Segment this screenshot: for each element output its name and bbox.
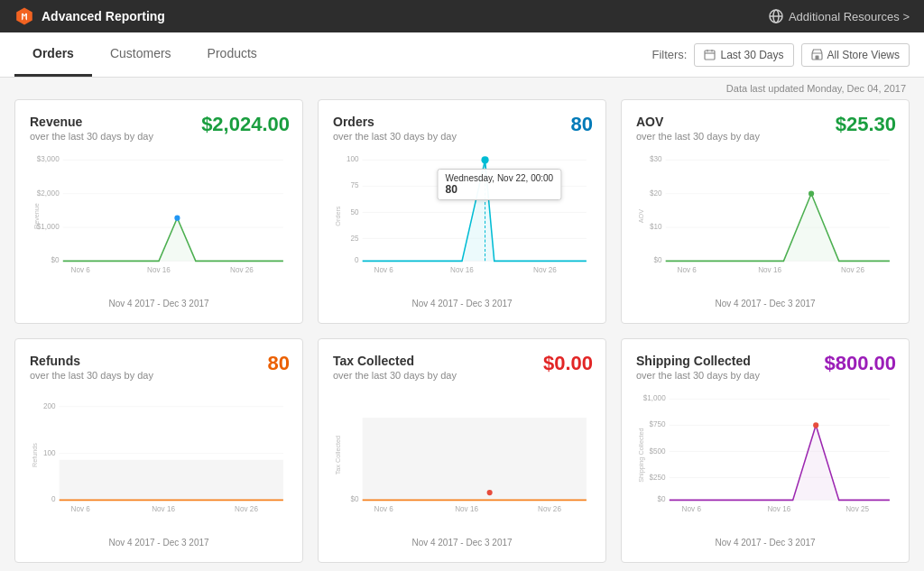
- refunds-chart: 200 100 0 Nov 6 Nov 16 Nov 26 Refunds: [30, 390, 288, 534]
- svg-text:0: 0: [355, 256, 359, 264]
- svg-text:$750: $750: [650, 420, 667, 428]
- svg-text:Nov 6: Nov 6: [374, 266, 394, 274]
- tax-value: $0.00: [543, 352, 593, 375]
- aov-value: $25.30: [836, 113, 896, 136]
- refunds-card: Refunds over the last 30 days by day 80 …: [14, 338, 303, 563]
- svg-text:Nov 26: Nov 26: [841, 266, 864, 274]
- svg-text:Revenue: Revenue: [32, 203, 41, 229]
- store-filter-label: All Store Views: [827, 49, 900, 61]
- svg-point-18: [174, 216, 180, 221]
- resources-label: Additional Resources >: [789, 10, 910, 23]
- store-icon: [811, 49, 823, 60]
- calendar-icon: [704, 49, 716, 60]
- orders-chart: 100 75 50 25 0 Nov 6: [333, 151, 591, 295]
- date-filter-label: Last 30 Days: [720, 49, 783, 61]
- shipping-value: $800.00: [824, 352, 896, 375]
- globe-icon: [769, 9, 783, 23]
- tax-chart: $0 Nov 6 Nov 16 Nov 26 Tax Collected: [333, 390, 591, 534]
- svg-text:Nov 16: Nov 16: [455, 505, 478, 513]
- revenue-chart: $3,000 $2,000 $1,000 $0 Nov 6 Nov 16 Nov…: [30, 151, 288, 295]
- svg-text:$500: $500: [650, 447, 667, 455]
- svg-text:50: 50: [351, 207, 359, 216]
- svg-text:$10: $10: [650, 223, 662, 231]
- shipping-date-range: Nov 4 2017 - Dec 3 2017: [636, 538, 894, 548]
- filters-container: Filters: Last 30 Days All Store Views: [651, 43, 910, 67]
- tab-products[interactable]: Products: [189, 32, 275, 77]
- refunds-date-range: Nov 4 2017 - Dec 3 2017: [30, 538, 288, 548]
- svg-marker-17: [63, 218, 283, 262]
- svg-marker-33: [363, 160, 587, 261]
- aov-chart: $30 $20 $10 $0 Nov 6 Nov 16 Nov 26: [636, 151, 894, 295]
- orders-chart-svg: 100 75 50 25 0 Nov 6: [333, 151, 591, 277]
- svg-text:$3,000: $3,000: [37, 155, 60, 163]
- svg-text:Nov 16: Nov 16: [767, 505, 790, 513]
- svg-text:$0: $0: [654, 256, 662, 264]
- svg-text:$30: $30: [650, 155, 662, 163]
- shipping-card: Shipping Collected over the last 30 days…: [621, 338, 910, 563]
- revenue-card: Revenue over the last 30 days by day $2,…: [14, 99, 303, 324]
- svg-text:0: 0: [51, 495, 56, 503]
- refunds-value: 80: [268, 352, 290, 375]
- svg-text:Nov 16: Nov 16: [450, 266, 474, 274]
- aov-date-range: Nov 4 2017 - Dec 3 2017: [636, 299, 894, 309]
- tab-customers[interactable]: Customers: [92, 32, 189, 77]
- orders-title: Orders: [333, 115, 591, 129]
- svg-text:$1,000: $1,000: [643, 394, 666, 402]
- revenue-date-range: Nov 4 2017 - Dec 3 2017: [30, 299, 288, 309]
- svg-point-84: [813, 422, 818, 428]
- svg-text:Shipping Collected: Shipping Collected: [637, 428, 645, 482]
- aov-card: AOV over the last 30 days by day $25.30 …: [621, 99, 910, 324]
- svg-point-35: [481, 156, 488, 163]
- svg-text:$2,000: $2,000: [37, 189, 60, 198]
- svg-text:Nov 6: Nov 6: [374, 505, 394, 513]
- tax-date-range: Nov 4 2017 - Dec 3 2017: [333, 538, 591, 548]
- update-info: Data last updated Monday, Dec 04, 2017: [0, 78, 924, 99]
- svg-text:Nov 6: Nov 6: [71, 266, 91, 274]
- cards-grid: Revenue over the last 30 days by day $2,…: [0, 99, 924, 571]
- tax-chart-svg: $0 Nov 6 Nov 16 Nov 26 Tax Collected: [333, 390, 591, 516]
- svg-text:Tax Collected: Tax Collected: [334, 436, 342, 474]
- svg-text:Orders: Orders: [334, 206, 342, 226]
- svg-text:Nov 6: Nov 6: [678, 266, 698, 274]
- svg-text:Nov 6: Nov 6: [71, 505, 91, 513]
- svg-text:$20: $20: [650, 189, 662, 198]
- svg-text:Nov 16: Nov 16: [147, 266, 171, 274]
- refunds-subtitle: over the last 30 days by day: [30, 370, 288, 381]
- additional-resources-link[interactable]: Additional Resources >: [769, 9, 910, 23]
- svg-text:Nov 26: Nov 26: [230, 266, 254, 274]
- svg-text:Nov 26: Nov 26: [533, 266, 557, 274]
- magento-icon: [14, 6, 34, 26]
- orders-date-range: Nov 4 2017 - Dec 3 2017: [333, 299, 591, 309]
- svg-text:75: 75: [351, 181, 359, 189]
- tax-card: Tax Collected over the last 30 days by d…: [318, 338, 606, 563]
- svg-text:$0: $0: [51, 256, 60, 264]
- svg-rect-67: [363, 418, 587, 500]
- date-filter-button[interactable]: Last 30 Days: [694, 43, 793, 67]
- refunds-title: Refunds: [30, 354, 288, 368]
- svg-text:Nov 26: Nov 26: [538, 505, 561, 513]
- store-filter-button[interactable]: All Store Views: [801, 43, 910, 67]
- svg-text:100: 100: [43, 449, 56, 457]
- svg-text:Refunds: Refunds: [31, 443, 39, 467]
- tab-orders[interactable]: Orders: [14, 32, 92, 77]
- svg-text:$0: $0: [351, 495, 359, 503]
- svg-marker-83: [670, 425, 890, 500]
- tabs-container: Orders Customers Products: [14, 32, 275, 77]
- svg-text:AOV: AOV: [637, 209, 645, 224]
- svg-text:Nov 25: Nov 25: [845, 505, 869, 513]
- orders-value: 80: [571, 113, 593, 136]
- svg-rect-8: [815, 56, 818, 60]
- app-logo: Advanced Reporting: [14, 6, 165, 26]
- refunds-chart-svg: 200 100 0 Nov 6 Nov 16 Nov 26 Refunds: [30, 390, 288, 516]
- svg-point-68: [487, 490, 493, 495]
- filters-label: Filters:: [651, 48, 687, 61]
- shipping-chart-svg: $1,000 $750 $500 $250 $0 Nov 6 Nov 16 No…: [636, 390, 894, 516]
- orders-subtitle: over the last 30 days by day: [333, 131, 591, 142]
- nav-tabs-bar: Orders Customers Products Filters: Last …: [0, 32, 924, 78]
- svg-point-49: [808, 191, 814, 197]
- svg-text:Nov 6: Nov 6: [682, 505, 702, 513]
- svg-text:Nov 16: Nov 16: [152, 505, 175, 513]
- svg-text:$250: $250: [650, 474, 667, 482]
- app-title: Advanced Reporting: [42, 9, 165, 23]
- header-bar: Advanced Reporting Additional Resources …: [0, 0, 924, 32]
